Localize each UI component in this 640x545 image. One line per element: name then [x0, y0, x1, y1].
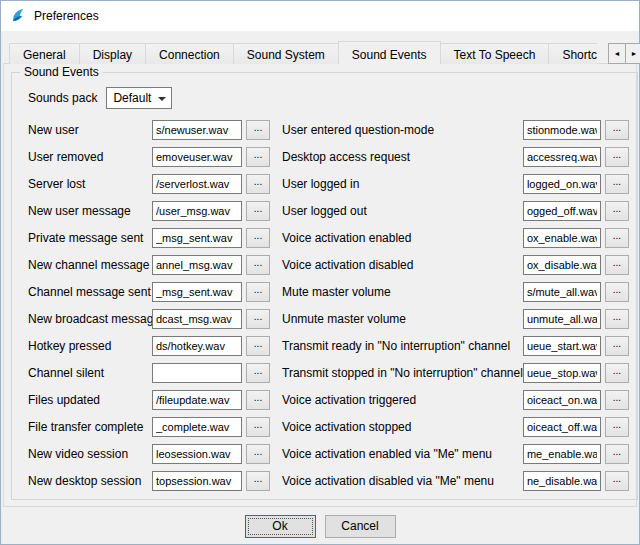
- sound-event-row: Voice activation stopped...: [274, 414, 629, 440]
- sound-event-row: Desktop access request...: [274, 144, 629, 170]
- sound-file-input[interactable]: [152, 309, 242, 329]
- browse-button[interactable]: ...: [246, 336, 270, 356]
- tab-scroll-right-button[interactable]: ►: [625, 43, 640, 64]
- sound-file-input[interactable]: [523, 201, 601, 221]
- browse-button[interactable]: ...: [605, 174, 629, 194]
- browse-button[interactable]: ...: [605, 120, 629, 140]
- tab-scrollers: ◄ ►: [608, 43, 640, 64]
- sound-file-input[interactable]: [523, 282, 601, 302]
- sound-event-label: Voice activation disabled via "Me" menu: [274, 474, 523, 488]
- sound-event-label: Transmit ready in "No interruption" chan…: [274, 339, 523, 353]
- browse-button[interactable]: ...: [246, 309, 270, 329]
- browse-button[interactable]: ...: [605, 390, 629, 410]
- browse-button[interactable]: ...: [605, 309, 629, 329]
- sound-event-row: Voice activation disabled via "Me" menu.…: [274, 468, 629, 494]
- sounds-pack-select[interactable]: Default: [106, 87, 172, 109]
- browse-button[interactable]: ...: [605, 336, 629, 356]
- sound-event-label: Voice activation enabled: [274, 231, 523, 245]
- tab-page-sound-events: Sound Events Sounds pack Default New use…: [3, 63, 637, 507]
- tab-connection[interactable]: Connection: [145, 43, 234, 64]
- sound-file-input[interactable]: [523, 444, 601, 464]
- sound-event-label: New channel message: [20, 258, 152, 272]
- browse-button[interactable]: ...: [246, 255, 270, 275]
- sound-file-input[interactable]: [152, 201, 242, 221]
- sound-event-label: Voice activation stopped: [274, 420, 523, 434]
- browse-button[interactable]: ...: [246, 390, 270, 410]
- sound-event-row: Hotkey pressed...: [20, 333, 270, 359]
- titlebar: Preferences: [1, 1, 639, 31]
- browse-button[interactable]: ...: [605, 363, 629, 383]
- sound-event-label: Channel message sent: [20, 285, 152, 299]
- sound-file-input[interactable]: [152, 336, 242, 356]
- browse-button[interactable]: ...: [246, 444, 270, 464]
- sound-file-input[interactable]: [152, 390, 242, 410]
- sound-event-label: File transfer complete: [20, 420, 152, 434]
- tab-general[interactable]: General: [9, 43, 80, 64]
- browse-button[interactable]: ...: [605, 228, 629, 248]
- browse-button[interactable]: ...: [605, 282, 629, 302]
- tab-sound-system[interactable]: Sound System: [233, 43, 339, 64]
- sound-file-input[interactable]: [523, 336, 601, 356]
- sound-event-label: User logged out: [274, 204, 523, 218]
- sound-event-row: New broadcast message...: [20, 306, 270, 332]
- sound-event-row: Voice activation enabled...: [274, 225, 629, 251]
- sound-events-groupbox: Sound Events Sounds pack Default New use…: [11, 72, 638, 500]
- browse-button[interactable]: ...: [246, 363, 270, 383]
- sound-event-row: Mute master volume...: [274, 279, 629, 305]
- browse-button[interactable]: ...: [605, 201, 629, 221]
- cancel-button[interactable]: Cancel: [325, 515, 396, 538]
- sound-file-input[interactable]: [523, 363, 601, 383]
- browse-button[interactable]: ...: [246, 174, 270, 194]
- sound-file-input[interactable]: [152, 444, 242, 464]
- sound-file-input[interactable]: [152, 120, 242, 140]
- browse-button[interactable]: ...: [246, 201, 270, 221]
- tab-shortcuts[interactable]: Shortcuts: [548, 43, 597, 64]
- sound-file-input[interactable]: [152, 471, 242, 491]
- tab-scroll-left-button[interactable]: ◄: [608, 43, 626, 64]
- sound-event-row: Channel silent...: [20, 360, 270, 386]
- sound-event-label: Files updated: [20, 393, 152, 407]
- sound-file-input[interactable]: [523, 309, 601, 329]
- sound-event-row: User entered question-mode...: [274, 117, 629, 143]
- sound-file-input[interactable]: [523, 255, 601, 275]
- browse-button[interactable]: ...: [246, 120, 270, 140]
- sound-file-input[interactable]: [523, 417, 601, 437]
- sound-file-input[interactable]: [523, 390, 601, 410]
- browse-button[interactable]: ...: [246, 147, 270, 167]
- sound-event-row: User removed...: [20, 144, 270, 170]
- tab-text-to-speech[interactable]: Text To Speech: [440, 43, 550, 64]
- ok-button[interactable]: Ok: [245, 515, 316, 538]
- tab-bar: GeneralDisplayConnectionSound SystemSoun…: [9, 41, 637, 64]
- sound-file-input[interactable]: [523, 147, 601, 167]
- sound-file-input[interactable]: [523, 174, 601, 194]
- sound-event-row: Transmit stopped in "No interruption" ch…: [274, 360, 629, 386]
- sound-event-row: Voice activation enabled via "Me" menu..…: [274, 441, 629, 467]
- browse-button[interactable]: ...: [605, 255, 629, 275]
- sound-event-row: Transmit ready in "No interruption" chan…: [274, 333, 629, 359]
- browse-button[interactable]: ...: [246, 471, 270, 491]
- browse-button[interactable]: ...: [246, 282, 270, 302]
- sound-file-input[interactable]: [152, 174, 242, 194]
- tab-display[interactable]: Display: [79, 43, 146, 64]
- sound-file-input[interactable]: [152, 417, 242, 437]
- sound-event-row: Server lost...: [20, 171, 270, 197]
- sound-file-input[interactable]: [152, 363, 242, 383]
- browse-button[interactable]: ...: [246, 228, 270, 248]
- sound-file-input[interactable]: [523, 228, 601, 248]
- browse-button[interactable]: ...: [246, 417, 270, 437]
- browse-button[interactable]: ...: [605, 417, 629, 437]
- sound-file-input[interactable]: [152, 147, 242, 167]
- sound-file-input[interactable]: [523, 120, 601, 140]
- browse-button[interactable]: ...: [605, 444, 629, 464]
- sound-file-input[interactable]: [152, 255, 242, 275]
- sound-file-input[interactable]: [523, 471, 601, 491]
- sound-file-input[interactable]: [152, 282, 242, 302]
- sound-event-label: New user message: [20, 204, 152, 218]
- tab-sound-events[interactable]: Sound Events: [338, 41, 441, 64]
- sound-event-column-left: New user...User removed...Server lost...…: [20, 117, 270, 495]
- browse-button[interactable]: ...: [605, 147, 629, 167]
- sound-file-input[interactable]: [152, 228, 242, 248]
- sound-event-row: Unmute master volume...: [274, 306, 629, 332]
- browse-button[interactable]: ...: [605, 471, 629, 491]
- sound-event-label: New desktop session: [20, 474, 152, 488]
